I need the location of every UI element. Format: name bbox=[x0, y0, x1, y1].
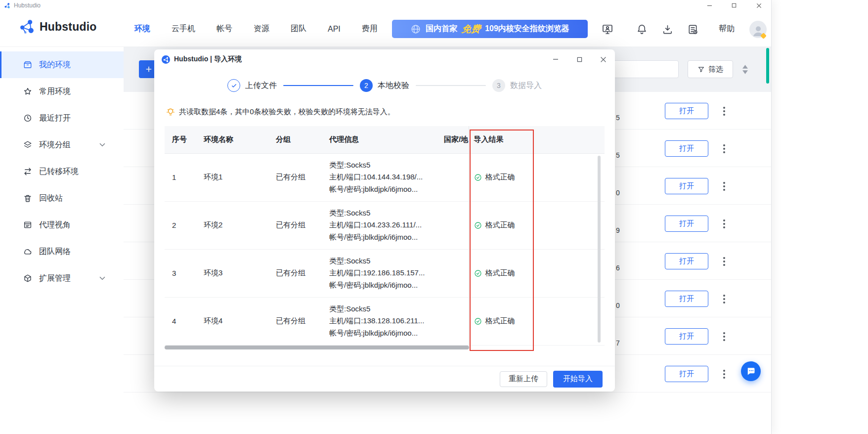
sidebar-item-recycle-bin[interactable]: 回收站 bbox=[0, 185, 124, 212]
open-environment-button[interactable]: 打开 bbox=[665, 366, 708, 382]
cell-proxy: 类型:Socks5 主机/端口:104.144.34.198/... 帐号/密码… bbox=[322, 153, 436, 201]
changelog-document-icon[interactable] bbox=[686, 23, 699, 36]
clock-icon bbox=[23, 114, 32, 123]
promo-banner[interactable]: 国内首家 免费 109内核安全指纹浏览器 bbox=[392, 20, 588, 38]
dialog-titlebar: Hubstudio | 导入环境 bbox=[154, 49, 615, 69]
more-actions-icon[interactable] bbox=[719, 291, 729, 307]
nav-item-billing[interactable]: 费用 bbox=[362, 24, 378, 34]
result-text: 格式正确 bbox=[485, 220, 515, 230]
scrollbar-thumb[interactable] bbox=[766, 48, 769, 84]
transfer-icon bbox=[23, 167, 32, 176]
step-number: 3 bbox=[492, 79, 505, 92]
step-local-validation: 2 本地校验 bbox=[360, 79, 409, 92]
step-done-check-icon bbox=[227, 79, 240, 92]
banner-suffix: 109内核安全指纹浏览器 bbox=[485, 24, 569, 34]
more-actions-icon[interactable] bbox=[719, 328, 729, 345]
step-label: 本地校验 bbox=[378, 81, 409, 91]
nav-item-environments[interactable]: 环境 bbox=[134, 24, 150, 34]
table-row: 1 环境1 已有分组 类型:Socks5 主机/端口:104.144.34.19… bbox=[165, 153, 605, 201]
nav-item-api[interactable]: API bbox=[328, 25, 341, 34]
cell-group: 已有分组 bbox=[268, 249, 322, 297]
row-partial-text: 9 bbox=[616, 226, 620, 234]
sidebar-item-recently-opened[interactable]: 最近打开 bbox=[0, 105, 124, 131]
cell-proxy: 类型:Socks5 主机/端口:104.233.26.111/... 帐号/密码… bbox=[322, 201, 436, 249]
cell-result: 格式正确 bbox=[469, 297, 605, 345]
sidebar-item-favorite-environments[interactable]: 常用环境 bbox=[0, 78, 124, 105]
open-environment-button[interactable]: 打开 bbox=[665, 178, 708, 194]
open-environment-button[interactable]: 打开 bbox=[665, 328, 708, 345]
more-actions-icon[interactable] bbox=[719, 103, 729, 119]
filter-label: 筛选 bbox=[708, 65, 723, 74]
row-partial-text: 6 bbox=[616, 264, 620, 272]
bulb-icon bbox=[166, 108, 175, 117]
table-horizontal-scrollbar[interactable] bbox=[165, 346, 469, 349]
more-actions-icon[interactable] bbox=[719, 178, 729, 194]
cell-country bbox=[436, 153, 469, 201]
filter-button[interactable]: 筛选 bbox=[688, 60, 733, 78]
sidebar-item-transferred-environments[interactable]: 已转移环境 bbox=[0, 158, 124, 185]
open-environment-button[interactable]: 打开 bbox=[665, 103, 708, 119]
step-connector bbox=[283, 85, 353, 86]
column-header-proxy: 代理信息 bbox=[322, 126, 436, 153]
cell-no: 3 bbox=[165, 249, 196, 297]
proxy-host: 主机/端口:192.186.185.157... bbox=[329, 267, 436, 279]
start-import-button[interactable]: 开始导入 bbox=[553, 371, 603, 388]
trash-icon bbox=[23, 194, 32, 203]
nav-item-resources[interactable]: 资源 bbox=[254, 24, 269, 34]
table-row: 2 环境2 已有分组 类型:Socks5 主机/端口:104.233.26.11… bbox=[165, 201, 605, 249]
sidebar-item-extension-management[interactable]: 扩展管理 bbox=[0, 265, 124, 292]
cell-result: 格式正确 bbox=[469, 201, 605, 249]
cell-result: 格式正确 bbox=[469, 249, 605, 297]
minimize-icon[interactable] bbox=[697, 0, 722, 11]
sort-icon[interactable] bbox=[741, 63, 748, 76]
table-vertical-scrollbar[interactable] bbox=[598, 156, 601, 343]
proxy-auth: 帐号/密码:jblkdjpk/i6jmoo... bbox=[329, 327, 436, 339]
row-partial-text: 0 bbox=[616, 302, 620, 309]
step-data-import: 3 数据导入 bbox=[492, 79, 542, 92]
table-row: 4 环境4 已有分组 类型:Socks5 主机/端口:138.128.106.2… bbox=[165, 297, 605, 345]
more-actions-icon[interactable] bbox=[719, 366, 729, 382]
screen-share-icon[interactable] bbox=[601, 23, 614, 36]
hubstudio-logo-icon bbox=[19, 19, 35, 35]
notifications-bell-icon[interactable] bbox=[635, 23, 648, 36]
reupload-button[interactable]: 重新上传 bbox=[500, 371, 547, 387]
cloud-icon bbox=[23, 247, 32, 256]
help-link[interactable]: 帮助 bbox=[719, 24, 735, 34]
check-circle-icon bbox=[474, 221, 482, 229]
dialog-controls bbox=[544, 49, 615, 69]
nav-item-team[interactable]: 团队 bbox=[291, 24, 306, 34]
close-icon[interactable] bbox=[746, 0, 771, 11]
download-center-icon[interactable] bbox=[661, 23, 674, 36]
nav-item-accounts[interactable]: 帐号 bbox=[217, 24, 232, 34]
more-actions-icon[interactable] bbox=[719, 140, 729, 157]
minimize-icon[interactable] bbox=[544, 49, 567, 69]
proxy-type: 类型:Socks5 bbox=[329, 303, 436, 315]
table-row: 3 环境3 已有分组 类型:Socks5 主机/端口:192.186.185.1… bbox=[165, 249, 605, 297]
sidebar-item-environment-groups[interactable]: 环境分组 bbox=[0, 131, 124, 158]
maximize-icon[interactable] bbox=[567, 49, 591, 69]
layers-icon bbox=[23, 140, 32, 149]
sidebar-item-label: 常用环境 bbox=[39, 87, 71, 97]
result-text: 格式正确 bbox=[485, 173, 515, 182]
proxy-auth: 帐号/密码:jblkdjpk/i6jmoo... bbox=[329, 279, 436, 291]
maximize-icon[interactable] bbox=[722, 0, 746, 11]
open-environment-button[interactable]: 打开 bbox=[665, 253, 708, 269]
dialog-title: Hubstudio | 导入环境 bbox=[174, 55, 242, 64]
chat-bubble-icon bbox=[746, 366, 756, 376]
sidebar-item-team-network[interactable]: 团队网络 bbox=[0, 238, 124, 265]
more-actions-icon[interactable] bbox=[719, 216, 729, 232]
brand-logo: Hubstudio bbox=[19, 19, 97, 35]
open-environment-button[interactable]: 打开 bbox=[665, 291, 708, 307]
customer-service-chat-button[interactable] bbox=[741, 361, 761, 381]
cell-group: 已有分组 bbox=[268, 201, 322, 249]
more-actions-icon[interactable] bbox=[719, 253, 729, 269]
close-icon[interactable] bbox=[591, 49, 615, 69]
sidebar-item-proxy-view[interactable]: 代理视角 bbox=[0, 212, 124, 238]
check-circle-icon bbox=[474, 174, 482, 181]
sidebar-item-my-environments[interactable]: 我的环境 bbox=[0, 51, 124, 78]
sidebar-item-label: 团队网络 bbox=[39, 247, 71, 257]
open-environment-button[interactable]: 打开 bbox=[665, 140, 708, 157]
import-environment-dialog: Hubstudio | 导入环境 上传文件 2 本地校验 3 bbox=[154, 49, 615, 391]
nav-item-cloud-phone[interactable]: 云手机 bbox=[172, 24, 195, 34]
open-environment-button[interactable]: 打开 bbox=[665, 216, 708, 232]
